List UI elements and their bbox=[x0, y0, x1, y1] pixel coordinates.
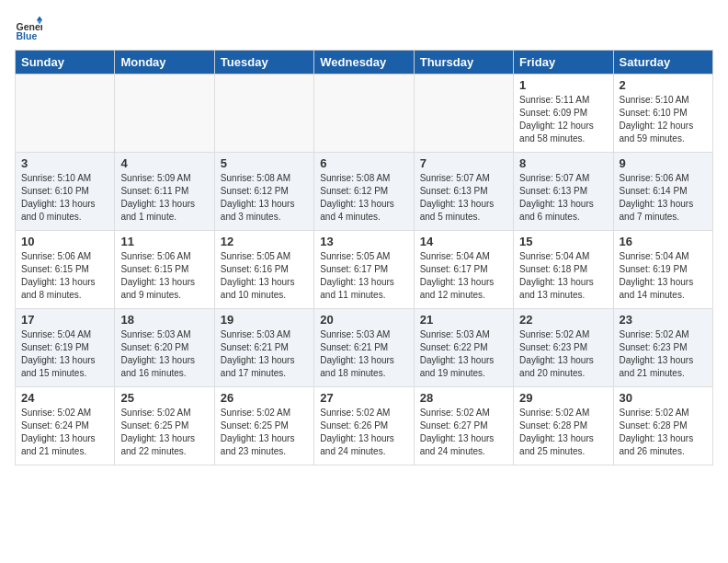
day-number: 17 bbox=[21, 313, 108, 327]
day-header-monday: Monday bbox=[115, 51, 214, 75]
day-info: Sunrise: 5:11 AM Sunset: 6:09 PM Dayligh… bbox=[519, 94, 607, 145]
logo-icon: General Blue bbox=[15, 15, 42, 42]
calendar-week-1: 1Sunrise: 5:11 AM Sunset: 6:09 PM Daylig… bbox=[16, 75, 713, 153]
day-info: Sunrise: 5:02 AM Sunset: 6:24 PM Dayligh… bbox=[21, 407, 108, 458]
day-info: Sunrise: 5:06 AM Sunset: 6:15 PM Dayligh… bbox=[120, 250, 208, 302]
day-info: Sunrise: 5:04 AM Sunset: 6:19 PM Dayligh… bbox=[21, 328, 108, 380]
day-info: Sunrise: 5:10 AM Sunset: 6:10 PM Dayligh… bbox=[21, 172, 108, 224]
calendar-cell bbox=[115, 75, 214, 153]
day-number: 8 bbox=[519, 156, 607, 170]
day-number: 18 bbox=[120, 313, 208, 327]
day-header-thursday: Thursday bbox=[414, 51, 513, 75]
day-info: Sunrise: 5:10 AM Sunset: 6:10 PM Dayligh… bbox=[620, 94, 707, 145]
calendar-cell: 25Sunrise: 5:02 AM Sunset: 6:25 PM Dayli… bbox=[115, 387, 214, 465]
calendar-cell: 27Sunrise: 5:02 AM Sunset: 6:26 PM Dayli… bbox=[314, 387, 414, 465]
day-info: Sunrise: 5:02 AM Sunset: 6:27 PM Dayligh… bbox=[420, 407, 507, 458]
calendar-cell: 5Sunrise: 5:08 AM Sunset: 6:12 PM Daylig… bbox=[214, 153, 313, 231]
day-header-tuesday: Tuesday bbox=[214, 51, 313, 75]
day-number: 25 bbox=[120, 391, 208, 405]
calendar-cell: 13Sunrise: 5:05 AM Sunset: 6:17 PM Dayli… bbox=[314, 231, 414, 309]
calendar-cell: 24Sunrise: 5:02 AM Sunset: 6:24 PM Dayli… bbox=[16, 387, 115, 465]
day-header-saturday: Saturday bbox=[613, 51, 712, 75]
day-info: Sunrise: 5:03 AM Sunset: 6:21 PM Dayligh… bbox=[221, 328, 308, 380]
day-info: Sunrise: 5:04 AM Sunset: 6:19 PM Dayligh… bbox=[620, 250, 707, 302]
day-number: 22 bbox=[519, 313, 607, 327]
calendar-cell: 6Sunrise: 5:08 AM Sunset: 6:12 PM Daylig… bbox=[314, 153, 414, 231]
calendar-cell: 2Sunrise: 5:10 AM Sunset: 6:10 PM Daylig… bbox=[613, 75, 712, 153]
day-number: 29 bbox=[519, 391, 607, 405]
day-number: 16 bbox=[620, 235, 707, 248]
calendar-cell: 9Sunrise: 5:06 AM Sunset: 6:14 PM Daylig… bbox=[613, 153, 712, 231]
day-info: Sunrise: 5:02 AM Sunset: 6:23 PM Dayligh… bbox=[620, 328, 707, 380]
day-info: Sunrise: 5:02 AM Sunset: 6:25 PM Dayligh… bbox=[221, 407, 308, 458]
day-info: Sunrise: 5:03 AM Sunset: 6:20 PM Dayligh… bbox=[120, 328, 208, 380]
calendar-cell: 15Sunrise: 5:04 AM Sunset: 6:18 PM Dayli… bbox=[514, 231, 613, 309]
calendar-cell bbox=[414, 75, 513, 153]
calendar-table: SundayMondayTuesdayWednesdayThursdayFrid… bbox=[15, 50, 713, 465]
day-number: 28 bbox=[420, 391, 507, 405]
day-info: Sunrise: 5:06 AM Sunset: 6:14 PM Dayligh… bbox=[620, 172, 707, 224]
day-number: 23 bbox=[620, 313, 707, 327]
calendar-cell: 18Sunrise: 5:03 AM Sunset: 6:20 PM Dayli… bbox=[115, 309, 214, 387]
day-number: 27 bbox=[320, 391, 407, 405]
day-number: 3 bbox=[21, 156, 108, 170]
day-info: Sunrise: 5:07 AM Sunset: 6:13 PM Dayligh… bbox=[519, 172, 607, 224]
day-number: 24 bbox=[21, 391, 108, 405]
day-info: Sunrise: 5:03 AM Sunset: 6:21 PM Dayligh… bbox=[320, 328, 407, 380]
calendar-week-5: 24Sunrise: 5:02 AM Sunset: 6:24 PM Dayli… bbox=[16, 387, 713, 465]
calendar-cell: 23Sunrise: 5:02 AM Sunset: 6:23 PM Dayli… bbox=[613, 309, 712, 387]
calendar-cell: 10Sunrise: 5:06 AM Sunset: 6:15 PM Dayli… bbox=[16, 231, 115, 309]
day-info: Sunrise: 5:09 AM Sunset: 6:11 PM Dayligh… bbox=[120, 172, 208, 224]
calendar-cell bbox=[314, 75, 414, 153]
calendar-cell: 12Sunrise: 5:05 AM Sunset: 6:16 PM Dayli… bbox=[214, 231, 313, 309]
calendar-cell: 4Sunrise: 5:09 AM Sunset: 6:11 PM Daylig… bbox=[115, 153, 214, 231]
calendar-week-2: 3Sunrise: 5:10 AM Sunset: 6:10 PM Daylig… bbox=[16, 153, 713, 231]
day-headers: SundayMondayTuesdayWednesdayThursdayFrid… bbox=[16, 51, 713, 75]
day-number: 1 bbox=[519, 78, 607, 92]
calendar-cell: 22Sunrise: 5:02 AM Sunset: 6:23 PM Dayli… bbox=[514, 309, 613, 387]
day-info: Sunrise: 5:08 AM Sunset: 6:12 PM Dayligh… bbox=[320, 172, 407, 224]
day-number: 5 bbox=[221, 156, 308, 170]
day-info: Sunrise: 5:02 AM Sunset: 6:23 PM Dayligh… bbox=[519, 328, 607, 380]
day-info: Sunrise: 5:05 AM Sunset: 6:16 PM Dayligh… bbox=[221, 250, 308, 302]
day-number: 4 bbox=[120, 156, 208, 170]
calendar-cell: 11Sunrise: 5:06 AM Sunset: 6:15 PM Dayli… bbox=[115, 231, 214, 309]
day-info: Sunrise: 5:06 AM Sunset: 6:15 PM Dayligh… bbox=[21, 250, 108, 302]
calendar-cell: 26Sunrise: 5:02 AM Sunset: 6:25 PM Dayli… bbox=[214, 387, 313, 465]
day-info: Sunrise: 5:02 AM Sunset: 6:25 PM Dayligh… bbox=[120, 407, 208, 458]
day-number: 21 bbox=[420, 313, 507, 327]
day-number: 13 bbox=[320, 235, 407, 248]
day-info: Sunrise: 5:03 AM Sunset: 6:22 PM Dayligh… bbox=[420, 328, 507, 380]
calendar-cell bbox=[16, 75, 115, 153]
day-info: Sunrise: 5:02 AM Sunset: 6:26 PM Dayligh… bbox=[320, 407, 407, 458]
calendar-cell: 28Sunrise: 5:02 AM Sunset: 6:27 PM Dayli… bbox=[414, 387, 513, 465]
day-info: Sunrise: 5:04 AM Sunset: 6:18 PM Dayligh… bbox=[519, 250, 607, 302]
day-number: 20 bbox=[320, 313, 407, 327]
day-info: Sunrise: 5:02 AM Sunset: 6:28 PM Dayligh… bbox=[620, 407, 707, 458]
calendar-cell: 7Sunrise: 5:07 AM Sunset: 6:13 PM Daylig… bbox=[414, 153, 513, 231]
day-header-friday: Friday bbox=[514, 51, 613, 75]
calendar-cell: 21Sunrise: 5:03 AM Sunset: 6:22 PM Dayli… bbox=[414, 309, 513, 387]
day-number: 11 bbox=[120, 235, 208, 248]
day-number: 6 bbox=[320, 156, 407, 170]
day-info: Sunrise: 5:08 AM Sunset: 6:12 PM Dayligh… bbox=[221, 172, 308, 224]
day-info: Sunrise: 5:05 AM Sunset: 6:17 PM Dayligh… bbox=[320, 250, 407, 302]
day-number: 9 bbox=[620, 156, 707, 170]
day-info: Sunrise: 5:04 AM Sunset: 6:17 PM Dayligh… bbox=[420, 250, 507, 302]
calendar-cell: 29Sunrise: 5:02 AM Sunset: 6:28 PM Dayli… bbox=[514, 387, 613, 465]
calendar-cell: 20Sunrise: 5:03 AM Sunset: 6:21 PM Dayli… bbox=[314, 309, 414, 387]
calendar-cell: 14Sunrise: 5:04 AM Sunset: 6:17 PM Dayli… bbox=[414, 231, 513, 309]
header: General Blue bbox=[15, 15, 713, 42]
day-number: 7 bbox=[420, 156, 507, 170]
calendar-cell: 17Sunrise: 5:04 AM Sunset: 6:19 PM Dayli… bbox=[16, 309, 115, 387]
calendar-cell: 16Sunrise: 5:04 AM Sunset: 6:19 PM Dayli… bbox=[613, 231, 712, 309]
day-number: 14 bbox=[420, 235, 507, 248]
day-header-sunday: Sunday bbox=[16, 51, 115, 75]
day-info: Sunrise: 5:07 AM Sunset: 6:13 PM Dayligh… bbox=[420, 172, 507, 224]
day-number: 15 bbox=[519, 235, 607, 248]
svg-marker-2 bbox=[37, 17, 42, 21]
day-info: Sunrise: 5:02 AM Sunset: 6:28 PM Dayligh… bbox=[519, 407, 607, 458]
calendar-cell: 3Sunrise: 5:10 AM Sunset: 6:10 PM Daylig… bbox=[16, 153, 115, 231]
calendar-cell: 8Sunrise: 5:07 AM Sunset: 6:13 PM Daylig… bbox=[514, 153, 613, 231]
svg-text:Blue: Blue bbox=[17, 30, 38, 41]
